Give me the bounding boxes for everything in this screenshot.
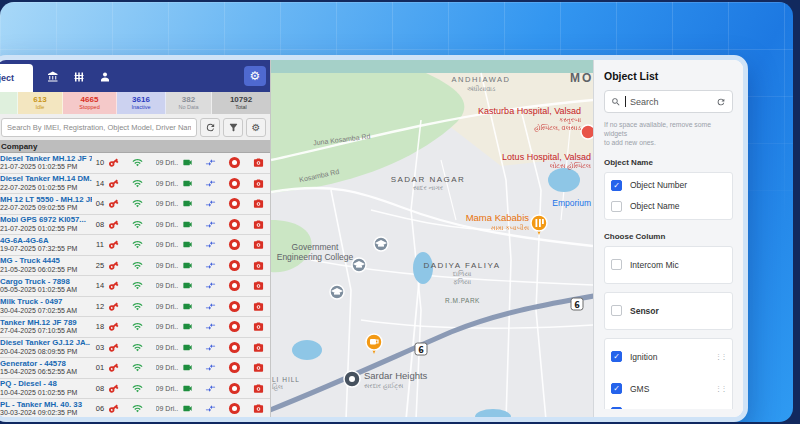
video-camera-icon[interactable] [182, 403, 193, 414]
panel-settings-button[interactable]: ⚙ [244, 66, 266, 86]
object-name-cell[interactable]: Tanker MH.12 JF 78927-04-2025 07:10:55 A… [0, 319, 92, 335]
video-camera-icon[interactable] [182, 157, 193, 168]
video-camera-icon[interactable] [182, 342, 193, 353]
map-canvas[interactable]: 6 6 Juna Kosamba Rd ANDHIAWADઅંધીયાવાડ M… [271, 60, 593, 417]
object-row[interactable]: Mobi GPS 6972 KI057...21-07-2025 01:02:5… [0, 215, 270, 236]
hospital-marker[interactable] [581, 125, 593, 139]
snapshot-camera-icon[interactable] [253, 403, 264, 414]
object-row[interactable]: Diesel Tanker GJ.12 JA..20-04-2025 08:09… [0, 338, 270, 359]
checkbox[interactable]: ✓ [611, 351, 622, 362]
refresh-icon[interactable] [716, 97, 726, 107]
object-row[interactable]: MG - Truck 444521-05-2025 06:02:55 PM250… [0, 256, 270, 277]
record-icon[interactable] [229, 157, 240, 168]
route-icon[interactable] [205, 260, 216, 271]
checkbox[interactable]: ✓ [611, 407, 622, 409]
stat-idle[interactable]: 613Idle [18, 92, 63, 114]
checkbox[interactable] [611, 259, 622, 270]
object-row[interactable]: Cargo Truck - 789805-05-2025 01:02:55 AM… [0, 276, 270, 297]
object-row[interactable]: Generator - 4457815-04-2025 06:52:55 AM0… [0, 358, 270, 379]
object-name-cell[interactable]: Diesel Tanker GJ.12 JA..20-04-2025 08:09… [0, 339, 92, 355]
snapshot-camera-icon[interactable] [253, 383, 264, 394]
column-item[interactable]: ✓GMS⋮⋮ [611, 373, 726, 405]
drag-handle-icon[interactable]: ⋮⋮ [715, 353, 726, 361]
record-icon[interactable] [229, 260, 240, 271]
object-name-cell[interactable]: PQ - Diesel - 4810-04-2025 01:02:55 PM [0, 380, 92, 396]
snapshot-camera-icon[interactable] [253, 178, 264, 189]
video-camera-icon[interactable] [182, 321, 193, 332]
video-camera-icon[interactable] [182, 219, 193, 230]
object-row[interactable]: Diesel Tanker MH.12 JF 7...21-07-2025 01… [0, 153, 270, 174]
route-icon[interactable] [205, 362, 216, 373]
object-name-cell[interactable]: Diesel Tanker MH.12 JF 7...21-07-2025 01… [0, 155, 92, 171]
record-icon[interactable] [229, 178, 240, 189]
filter-button[interactable] [223, 118, 243, 137]
record-icon[interactable] [229, 239, 240, 250]
record-icon[interactable] [229, 383, 240, 394]
drag-handle-icon[interactable]: ⋮⋮ [715, 385, 726, 393]
video-camera-icon[interactable] [182, 198, 193, 209]
snapshot-camera-icon[interactable] [253, 260, 264, 271]
object-name-cell[interactable]: Generator - 4457815-04-2025 06:52:55 AM [0, 360, 92, 376]
object-name-cell[interactable]: MG - Truck 444521-05-2025 06:02:55 PM [0, 257, 92, 273]
stat-stopped[interactable]: 4665Stopped [63, 92, 117, 114]
video-camera-icon[interactable] [182, 383, 193, 394]
person-network-icon[interactable] [99, 71, 111, 83]
video-camera-icon[interactable] [182, 362, 193, 373]
school-marker[interactable] [374, 237, 388, 251]
snapshot-camera-icon[interactable] [253, 239, 264, 250]
video-camera-icon[interactable] [182, 301, 193, 312]
object-name-cell[interactable]: MH 12 LT 5550 - MH.12 JF 7...22-07-2025 … [0, 196, 92, 212]
video-camera-icon[interactable] [182, 178, 193, 189]
record-icon[interactable] [229, 198, 240, 209]
snapshot-camera-icon[interactable] [253, 321, 264, 332]
checkbox[interactable] [611, 201, 622, 212]
grid-icon[interactable] [73, 71, 85, 83]
object-row[interactable]: Milk Truck - 049730-04-2025 07:02:55 AM1… [0, 297, 270, 318]
object-search-input[interactable] [1, 118, 197, 137]
option-item[interactable]: ✓Object Number [611, 175, 726, 196]
object-row[interactable]: PQ - Diesel - 4810-04-2025 01:02:55 PM08… [0, 379, 270, 400]
record-icon[interactable] [229, 301, 240, 312]
route-icon[interactable] [205, 280, 216, 291]
poi-label-kasturba[interactable]: Kasturba Hospital, Valsad કસ્તુરબા હોસ્પ… [478, 106, 581, 131]
record-icon[interactable] [229, 219, 240, 230]
video-camera-icon[interactable] [182, 239, 193, 250]
record-icon[interactable] [229, 362, 240, 373]
stat-nodata[interactable]: 382No Data [166, 92, 212, 114]
route-icon[interactable] [205, 301, 216, 312]
object-name-cell[interactable]: Diesel Tanker MH.14 DM...22-07-2025 01:0… [0, 175, 92, 191]
checkbox[interactable]: ✓ [611, 180, 622, 191]
route-icon[interactable] [205, 342, 216, 353]
snapshot-camera-icon[interactable] [253, 198, 264, 209]
poi-label-college[interactable]: GovernmentEngineering College [273, 243, 357, 263]
object-name-cell[interactable]: 4G-6A-4G-6A19-07-2025 07:32:55 PM [0, 237, 92, 253]
object-name-cell[interactable]: Mobi GPS 6972 KI057...21-07-2025 01:02:5… [0, 216, 92, 232]
record-icon[interactable] [229, 342, 240, 353]
column-item[interactable]: Sensor [611, 295, 726, 327]
snapshot-camera-icon[interactable] [253, 342, 264, 353]
route-icon[interactable] [205, 219, 216, 230]
video-camera-icon[interactable] [182, 280, 193, 291]
route-icon[interactable] [205, 239, 216, 250]
list-settings-button[interactable]: ⚙ [246, 118, 266, 137]
column-item[interactable]: ✓Ignition⋮⋮ [611, 341, 726, 373]
checkbox[interactable] [611, 305, 622, 316]
column-item[interactable]: Intercom Mic [611, 249, 726, 281]
object-name-cell[interactable]: PL - Tanker MH. 40. 3330-03-2024 09:02:3… [0, 401, 92, 417]
route-icon[interactable] [205, 198, 216, 209]
object-row[interactable]: Diesel Tanker MH.14 DM...22-07-2025 01:0… [0, 174, 270, 195]
record-icon[interactable] [229, 321, 240, 332]
snapshot-camera-icon[interactable] [253, 219, 264, 230]
poi-label-lotus[interactable]: Lotus Hospital, Valsad લોટસ હોસ્પિટલ [502, 152, 591, 170]
object-name-cell[interactable]: Cargo Truck - 789805-05-2025 01:02:55 AM [0, 278, 92, 294]
route-icon[interactable] [205, 383, 216, 394]
poi-label-emporium[interactable]: Emporium [552, 199, 591, 209]
video-camera-icon[interactable] [182, 260, 193, 271]
widget-search-box[interactable]: Search [604, 90, 733, 113]
snapshot-camera-icon[interactable] [253, 280, 264, 291]
route-icon[interactable] [205, 321, 216, 332]
column-header-company[interactable]: Company [0, 140, 270, 153]
school-marker[interactable] [330, 285, 344, 299]
record-icon[interactable] [229, 403, 240, 414]
stat-running-partial[interactable] [0, 92, 18, 114]
